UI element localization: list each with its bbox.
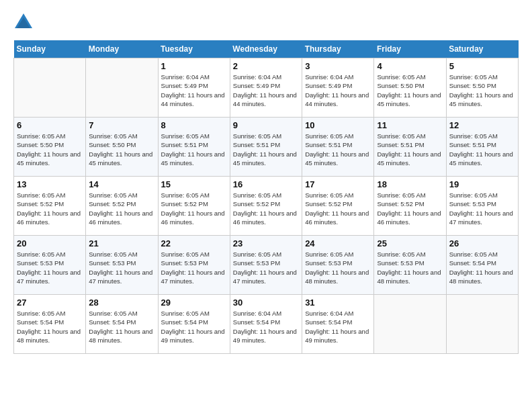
day-number: 10	[305, 120, 371, 130]
calendar-week-1: 1Sunrise: 6:04 AM Sunset: 5:49 PM Daylig…	[14, 58, 519, 118]
day-number: 8	[161, 120, 227, 130]
day-number: 22	[161, 238, 227, 248]
weekday-header-friday: Friday	[374, 40, 446, 58]
day-number: 31	[305, 298, 371, 308]
day-info: Sunrise: 6:05 AM Sunset: 5:50 PM Dayligh…	[89, 132, 154, 167]
day-info: Sunrise: 6:04 AM Sunset: 5:49 PM Dayligh…	[305, 73, 371, 108]
calendar-cell: 19Sunrise: 6:05 AM Sunset: 5:53 PM Dayli…	[446, 177, 518, 236]
calendar-cell: 4Sunrise: 6:05 AM Sunset: 5:50 PM Daylig…	[374, 58, 446, 118]
day-number: 21	[89, 238, 154, 248]
day-number: 26	[449, 238, 515, 248]
day-info: Sunrise: 6:05 AM Sunset: 5:51 PM Dayligh…	[161, 132, 227, 167]
day-info: Sunrise: 6:05 AM Sunset: 5:52 PM Dayligh…	[161, 191, 227, 226]
day-info: Sunrise: 6:04 AM Sunset: 5:49 PM Dayligh…	[161, 73, 227, 108]
weekday-header-thursday: Thursday	[302, 40, 374, 58]
weekday-header-monday: Monday	[86, 40, 158, 58]
day-number: 14	[89, 179, 154, 189]
calendar-cell: 13Sunrise: 6:05 AM Sunset: 5:52 PM Dayli…	[14, 177, 86, 236]
day-number: 30	[233, 298, 299, 308]
day-number: 29	[161, 298, 227, 308]
calendar-cell: 14Sunrise: 6:05 AM Sunset: 5:52 PM Dayli…	[86, 177, 158, 236]
day-info: Sunrise: 6:05 AM Sunset: 5:53 PM Dayligh…	[305, 250, 371, 285]
calendar-cell: 3Sunrise: 6:04 AM Sunset: 5:49 PM Daylig…	[302, 58, 374, 118]
logo	[13, 13, 36, 34]
calendar-week-4: 20Sunrise: 6:05 AM Sunset: 5:53 PM Dayli…	[14, 236, 519, 295]
day-number: 27	[17, 298, 83, 308]
calendar-cell: 24Sunrise: 6:05 AM Sunset: 5:53 PM Dayli…	[302, 236, 374, 295]
day-number: 25	[377, 238, 443, 248]
day-info: Sunrise: 6:05 AM Sunset: 5:50 PM Dayligh…	[377, 73, 443, 108]
calendar-cell: 26Sunrise: 6:05 AM Sunset: 5:54 PM Dayli…	[446, 236, 518, 295]
calendar-cell: 2Sunrise: 6:04 AM Sunset: 5:49 PM Daylig…	[230, 58, 302, 118]
calendar-cell: 22Sunrise: 6:05 AM Sunset: 5:53 PM Dayli…	[158, 236, 230, 295]
calendar-cell: 29Sunrise: 6:05 AM Sunset: 5:54 PM Dayli…	[158, 295, 230, 354]
calendar-cell: 6Sunrise: 6:05 AM Sunset: 5:50 PM Daylig…	[14, 118, 86, 177]
day-info: Sunrise: 6:05 AM Sunset: 5:53 PM Dayligh…	[89, 250, 154, 285]
day-number: 23	[233, 238, 299, 248]
weekday-header-wednesday: Wednesday	[230, 40, 302, 58]
day-number: 15	[161, 179, 227, 189]
day-info: Sunrise: 6:05 AM Sunset: 5:52 PM Dayligh…	[89, 191, 154, 226]
calendar-cell	[86, 58, 158, 118]
day-info: Sunrise: 6:05 AM Sunset: 5:50 PM Dayligh…	[449, 73, 515, 108]
calendar-cell: 31Sunrise: 6:04 AM Sunset: 5:54 PM Dayli…	[302, 295, 374, 354]
calendar-cell: 23Sunrise: 6:05 AM Sunset: 5:53 PM Dayli…	[230, 236, 302, 295]
calendar-cell	[14, 58, 86, 118]
day-number: 18	[377, 179, 443, 189]
day-info: Sunrise: 6:05 AM Sunset: 5:51 PM Dayligh…	[305, 132, 371, 167]
calendar-cell: 20Sunrise: 6:05 AM Sunset: 5:53 PM Dayli…	[14, 236, 86, 295]
calendar-cell: 28Sunrise: 6:05 AM Sunset: 5:54 PM Dayli…	[86, 295, 158, 354]
day-info: Sunrise: 6:05 AM Sunset: 5:51 PM Dayligh…	[377, 132, 443, 167]
day-info: Sunrise: 6:05 AM Sunset: 5:53 PM Dayligh…	[449, 191, 515, 226]
calendar-cell	[446, 295, 518, 354]
day-info: Sunrise: 6:05 AM Sunset: 5:53 PM Dayligh…	[233, 250, 299, 285]
day-number: 19	[449, 179, 515, 189]
day-info: Sunrise: 6:05 AM Sunset: 5:54 PM Dayligh…	[17, 309, 83, 345]
day-number: 9	[233, 120, 299, 130]
logo-icon	[13, 12, 34, 32]
weekday-header-row: SundayMondayTuesdayWednesdayThursdayFrid…	[14, 40, 519, 58]
calendar-cell	[374, 295, 446, 354]
day-info: Sunrise: 6:05 AM Sunset: 5:53 PM Dayligh…	[377, 250, 443, 285]
calendar-cell: 15Sunrise: 6:05 AM Sunset: 5:52 PM Dayli…	[158, 177, 230, 236]
day-number: 24	[305, 238, 371, 248]
day-number: 2	[233, 61, 299, 71]
calendar-cell: 16Sunrise: 6:05 AM Sunset: 5:52 PM Dayli…	[230, 177, 302, 236]
day-number: 6	[17, 120, 83, 130]
calendar-cell: 10Sunrise: 6:05 AM Sunset: 5:51 PM Dayli…	[302, 118, 374, 177]
day-info: Sunrise: 6:05 AM Sunset: 5:52 PM Dayligh…	[233, 191, 299, 226]
weekday-header-saturday: Saturday	[446, 40, 518, 58]
calendar-table: SundayMondayTuesdayWednesdayThursdayFrid…	[13, 40, 519, 354]
day-info: Sunrise: 6:04 AM Sunset: 5:54 PM Dayligh…	[233, 309, 299, 345]
calendar-cell: 11Sunrise: 6:05 AM Sunset: 5:51 PM Dayli…	[374, 118, 446, 177]
page-header	[13, 13, 519, 34]
calendar-cell: 12Sunrise: 6:05 AM Sunset: 5:51 PM Dayli…	[446, 118, 518, 177]
calendar-cell: 7Sunrise: 6:05 AM Sunset: 5:50 PM Daylig…	[86, 118, 158, 177]
calendar-cell: 5Sunrise: 6:05 AM Sunset: 5:50 PM Daylig…	[446, 58, 518, 118]
day-number: 17	[305, 179, 371, 189]
day-number: 16	[233, 179, 299, 189]
calendar-cell: 1Sunrise: 6:04 AM Sunset: 5:49 PM Daylig…	[158, 58, 230, 118]
day-info: Sunrise: 6:04 AM Sunset: 5:54 PM Dayligh…	[305, 309, 371, 345]
calendar-cell: 18Sunrise: 6:05 AM Sunset: 5:52 PM Dayli…	[374, 177, 446, 236]
calendar-cell: 17Sunrise: 6:05 AM Sunset: 5:52 PM Dayli…	[302, 177, 374, 236]
day-number: 7	[89, 120, 154, 130]
calendar-cell: 25Sunrise: 6:05 AM Sunset: 5:53 PM Dayli…	[374, 236, 446, 295]
calendar-cell: 21Sunrise: 6:05 AM Sunset: 5:53 PM Dayli…	[86, 236, 158, 295]
calendar-cell: 27Sunrise: 6:05 AM Sunset: 5:54 PM Dayli…	[14, 295, 86, 354]
day-info: Sunrise: 6:05 AM Sunset: 5:54 PM Dayligh…	[89, 309, 154, 345]
calendar-cell: 8Sunrise: 6:05 AM Sunset: 5:51 PM Daylig…	[158, 118, 230, 177]
day-info: Sunrise: 6:05 AM Sunset: 5:53 PM Dayligh…	[17, 250, 83, 285]
day-number: 28	[89, 298, 154, 308]
day-info: Sunrise: 6:05 AM Sunset: 5:52 PM Dayligh…	[377, 191, 443, 226]
calendar-week-5: 27Sunrise: 6:05 AM Sunset: 5:54 PM Dayli…	[14, 295, 519, 354]
day-number: 5	[449, 61, 515, 71]
weekday-header-tuesday: Tuesday	[158, 40, 230, 58]
calendar-week-3: 13Sunrise: 6:05 AM Sunset: 5:52 PM Dayli…	[14, 177, 519, 236]
day-number: 11	[377, 120, 443, 130]
calendar-cell: 30Sunrise: 6:04 AM Sunset: 5:54 PM Dayli…	[230, 295, 302, 354]
day-number: 20	[17, 238, 83, 248]
day-info: Sunrise: 6:05 AM Sunset: 5:51 PM Dayligh…	[233, 132, 299, 167]
day-info: Sunrise: 6:05 AM Sunset: 5:52 PM Dayligh…	[17, 191, 83, 226]
day-info: Sunrise: 6:05 AM Sunset: 5:53 PM Dayligh…	[161, 250, 227, 285]
